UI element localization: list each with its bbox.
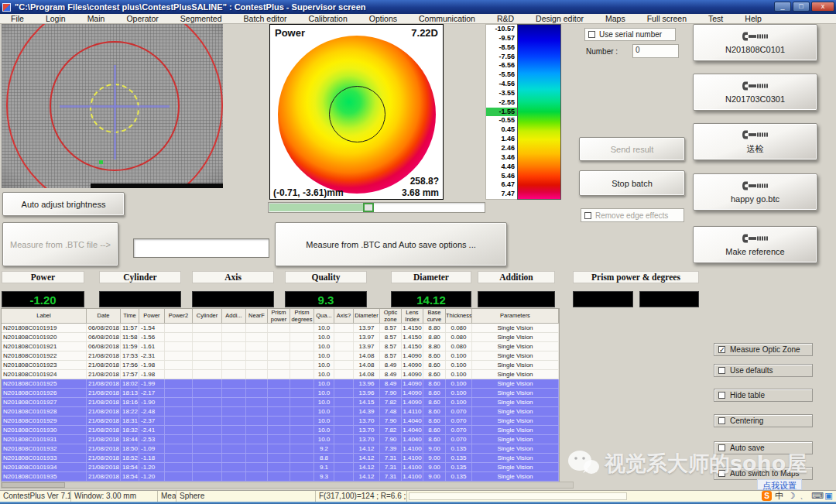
table-row[interactable]: N201808C010192821/08/201818:22-2.4810.01… xyxy=(2,407,559,417)
table-row[interactable]: N201808C010193521/08/201818:54-1.209.314… xyxy=(2,472,559,482)
table-row[interactable]: N201808C010193021/08/201818:32-2.4110.01… xyxy=(2,426,559,435)
cell: 8.60 xyxy=(423,417,446,425)
close-button[interactable]: x xyxy=(811,2,834,12)
column-header[interactable]: Date xyxy=(87,309,121,324)
table-row[interactable]: N201808C010193421/08/201818:54-1.209.114… xyxy=(2,463,559,472)
column-header[interactable]: NearF xyxy=(246,309,268,324)
btc-path-input[interactable] xyxy=(133,238,269,258)
table-body: N201808C010191906/08/201811:57-1.5410.01… xyxy=(2,324,559,482)
table-row[interactable]: N201808C010192721/08/201818:16-1.9010.01… xyxy=(2,398,559,407)
cell: 1.4110 xyxy=(402,407,423,416)
slider-handle[interactable] xyxy=(363,203,374,212)
table-row[interactable]: N201808C010193121/08/201818:44-2.5310.01… xyxy=(2,435,559,444)
checkbox-icon[interactable] xyxy=(588,31,595,38)
map-scale-slider[interactable] xyxy=(268,202,485,213)
table-row[interactable]: N201808C010192321/08/201817:56-1.9810.01… xyxy=(2,361,559,370)
menu-login[interactable]: Login xyxy=(35,14,77,23)
side-button-送检[interactable]: 送检 xyxy=(693,123,817,160)
side-button-happy-go-btc[interactable]: happy go.btc xyxy=(693,173,817,211)
menu-options[interactable]: Options xyxy=(358,14,408,23)
column-header[interactable]: Qua... xyxy=(314,309,334,324)
checkbox-icon[interactable] xyxy=(584,212,591,219)
moon-icon[interactable]: ☽ xyxy=(786,491,797,501)
column-header[interactable]: Diameter xyxy=(354,309,380,324)
option-auto-save[interactable]: Auto save xyxy=(714,441,813,454)
remove-edge-effects-checkbox[interactable]: Remove edge effects xyxy=(581,208,684,222)
menu-file[interactable]: File xyxy=(0,14,35,23)
column-header[interactable]: Addi... xyxy=(222,309,246,324)
column-header[interactable]: Label xyxy=(2,309,87,324)
menu-calibration[interactable]: Calibration xyxy=(298,14,358,23)
maximize-button[interactable]: □ xyxy=(793,2,810,12)
side-button-make-reference[interactable]: Make reference xyxy=(693,226,817,263)
table-row[interactable]: N201808C010191906/08/201811:57-1.5410.01… xyxy=(2,324,559,333)
number-input[interactable]: 0 xyxy=(632,44,679,58)
title-bar[interactable]: "C:\Program Files\contest plus\ContestPl… xyxy=(0,0,836,14)
column-header[interactable]: Base curve xyxy=(423,309,446,324)
table-row[interactable]: N201808C010192006/08/201811:58-1.5610.01… xyxy=(2,333,559,342)
column-header[interactable]: Parameters xyxy=(472,309,559,324)
menu-design-editor[interactable]: Design editor xyxy=(525,14,594,23)
use-serial-number-checkbox[interactable]: Use serial number xyxy=(584,28,676,41)
measure-btc-file-button[interactable]: Measure from .BTC file --> xyxy=(2,222,118,266)
checkbox-icon[interactable] xyxy=(718,417,725,424)
menu-segmented[interactable]: Segmented xyxy=(170,14,233,23)
table-row[interactable]: N201808C010193321/08/201818:52-1.188.814… xyxy=(2,454,559,463)
send-result-button[interactable]: Send result xyxy=(579,137,685,161)
column-header[interactable]: Time xyxy=(121,309,139,324)
table-row[interactable]: N201808C010192621/08/201818:13-2.1710.01… xyxy=(2,389,559,398)
cell: 10.0 xyxy=(314,435,334,444)
checkbox-icon[interactable] xyxy=(718,392,725,399)
checkbox-icon[interactable] xyxy=(718,444,725,451)
table-row[interactable]: N201808C010192921/08/201818:31-2.3710.01… xyxy=(2,417,559,426)
map-angle-value: 258.8? xyxy=(410,176,439,187)
side-button-n201808c0101[interactable]: N201808C0101 xyxy=(693,24,817,61)
menu-operator[interactable]: Operator xyxy=(115,14,169,23)
option-auto-switch-to-maps[interactable]: Auto switch to Maps xyxy=(714,467,813,480)
menu-full-screen[interactable]: Full screen xyxy=(636,14,697,23)
column-header[interactable]: Cylinder xyxy=(193,309,222,324)
column-header[interactable]: Power xyxy=(139,309,165,324)
checkbox-icon[interactable] xyxy=(718,367,725,374)
column-header[interactable]: Axis? xyxy=(334,309,354,324)
column-header[interactable]: Lens Index xyxy=(402,309,423,324)
option-hide-table[interactable]: Hide table xyxy=(714,389,813,402)
table-horizontal-scrollbar[interactable] xyxy=(1,482,574,489)
menu-batch-editor[interactable]: Batch editor xyxy=(233,14,298,23)
stop-batch-button[interactable]: Stop batch xyxy=(579,170,685,196)
menu-help[interactable]: Help xyxy=(734,14,773,23)
tray-volume-icon[interactable]: 、 xyxy=(799,491,809,501)
result-lcd xyxy=(99,291,181,307)
table-row[interactable]: N201808C010192421/08/201817:57-1.9810.01… xyxy=(2,370,559,379)
table-row[interactable]: N201808C010192106/08/201811:59-1.6110.01… xyxy=(2,342,559,351)
column-header[interactable]: Prism degrees xyxy=(290,309,314,324)
side-button-n201703c0301[interactable]: N201703C0301 xyxy=(693,74,817,111)
column-header[interactable]: Thickness xyxy=(446,309,472,324)
column-header[interactable]: Prism power xyxy=(268,309,290,324)
menu-r-d[interactable]: R&D xyxy=(486,14,525,23)
tray-shirt-icon[interactable]: ▣ xyxy=(824,491,834,501)
table-row[interactable]: N201808C010193221/08/201818:50-1.099.214… xyxy=(2,444,559,454)
menu-communication[interactable]: Communication xyxy=(408,14,486,23)
minimize-button[interactable]: _ xyxy=(774,2,791,12)
measure-btc-auto-save-button[interactable]: Measure from .BTC and Auto save options … xyxy=(275,222,507,266)
column-header[interactable]: Optic zone xyxy=(380,309,402,324)
table-row[interactable]: N201808C010192521/08/201818:02-1.9910.01… xyxy=(2,379,559,389)
table-row[interactable]: N201808C010192221/08/201817:53-2.3110.01… xyxy=(2,351,559,361)
column-header[interactable]: Power2 xyxy=(165,309,193,324)
sogou-icon[interactable]: S xyxy=(762,491,772,501)
option-measure-optic-zone[interactable]: ✓Measure Optic Zone xyxy=(714,343,813,356)
checkbox-icon[interactable]: ✓ xyxy=(718,346,725,353)
ime-chinese-icon[interactable]: 中 xyxy=(774,491,784,501)
menu-maps[interactable]: Maps xyxy=(594,14,636,23)
checkbox-icon[interactable] xyxy=(718,470,725,477)
scrollbar-thumb[interactable] xyxy=(2,482,65,488)
menu-main[interactable]: Main xyxy=(77,14,116,23)
menu-test[interactable]: Test xyxy=(697,14,734,23)
cell xyxy=(246,361,268,369)
auto-adjust-brightness-button[interactable]: Auto adjust brightness xyxy=(2,192,125,216)
option-use-defaults[interactable]: Use defaults xyxy=(714,364,813,377)
settings-link[interactable]: 点我设置 xyxy=(757,479,802,490)
keyboard-icon[interactable]: ⌨ xyxy=(811,491,821,501)
option-centering[interactable]: Centering xyxy=(714,414,813,427)
